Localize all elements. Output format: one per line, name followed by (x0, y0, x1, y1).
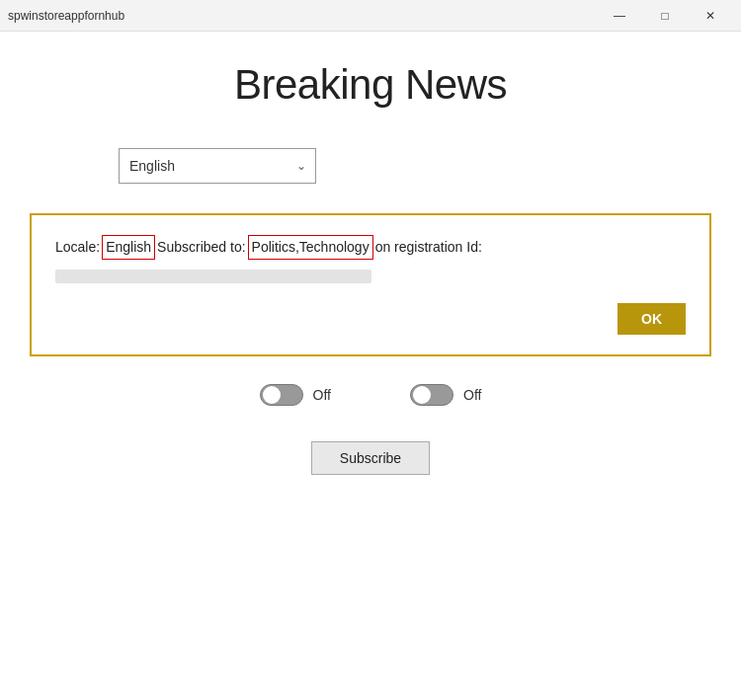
notification-text: Locale: English Subscribed to: Politics,… (55, 235, 686, 260)
toggle-knob-1 (263, 386, 281, 404)
subscribe-button[interactable]: Subscribe (311, 441, 430, 475)
toggle-switch-2[interactable] (410, 384, 453, 406)
ok-button[interactable]: OK (618, 303, 686, 335)
window-controls: — □ ✕ (597, 0, 733, 32)
page-title: Breaking News (234, 61, 507, 109)
toggle-switch-1[interactable] (260, 384, 303, 406)
toggle-item-2: Off (410, 384, 481, 406)
ok-button-row: OK (55, 303, 686, 335)
toggle-knob-2 (413, 386, 431, 404)
subscribed-prefix: Subscribed to: (157, 237, 246, 258)
notification-box: Locale: English Subscribed to: Politics,… (30, 213, 711, 356)
subscribed-value: Politics,Technology (248, 235, 373, 260)
maximize-button[interactable]: □ (642, 0, 688, 32)
toggle-item-1: Off (260, 384, 331, 406)
toggles-row: Off Off (260, 384, 482, 406)
locale-prefix: Locale: (55, 237, 100, 258)
locale-value: English (102, 235, 155, 260)
toggle-label-2: Off (463, 387, 481, 403)
blurred-registration-id (55, 270, 371, 283)
language-select-wrapper: English Spanish French German ⌄ (119, 148, 316, 184)
suffix-text: on registration Id: (375, 237, 482, 258)
close-button[interactable]: ✕ (688, 0, 733, 32)
window-title: spwinstoreappfornhub (8, 9, 124, 23)
language-select[interactable]: English Spanish French German (119, 148, 316, 184)
minimize-button[interactable]: — (597, 0, 642, 32)
page-content: Breaking News English Spanish French Ger… (0, 32, 741, 700)
toggle-label-1: Off (313, 387, 331, 403)
title-bar: spwinstoreappfornhub — □ ✕ (0, 0, 741, 32)
main-window: spwinstoreappfornhub — □ ✕ Breaking News… (0, 0, 741, 700)
